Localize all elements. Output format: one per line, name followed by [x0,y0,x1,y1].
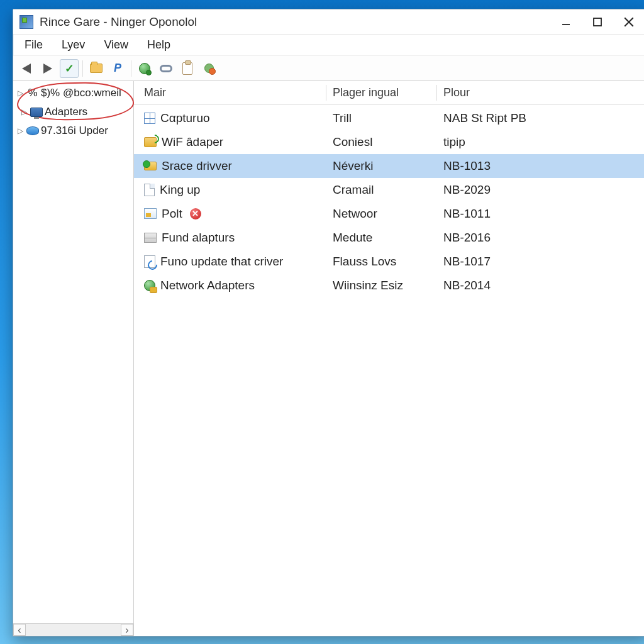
cell-plour: NB-1013 [437,159,644,173]
list-row[interactable]: Fund alaptursMeduteNB-2016 [134,226,644,250]
row-value: NB-1017 [443,255,491,269]
scroll-left-button[interactable]: ‹ [13,624,26,636]
tree-hscrollbar[interactable]: ‹ › [13,623,133,636]
close-button[interactable] [613,11,644,33]
arrow-left-icon [22,64,31,74]
list-pane: Mair Plager ingual Plour CαpturuoTrillNA… [134,81,644,636]
list-row[interactable]: Funo update that criverFlauss LovsNB-101… [134,250,644,274]
toolbar-separator [82,60,83,77]
tree-item-label: $)% @bco:wmeil [41,87,121,99]
row-value: NB-2014 [443,279,491,292]
tree-item-label: 97.316i Upder [41,125,108,137]
expand-icon[interactable]: ▷ [19,108,28,116]
column-header-label: Plager ingual [333,86,399,99]
error-icon: ✕ [190,208,201,219]
row-icon [144,208,157,219]
menu-file[interactable]: File [17,36,50,54]
cell-plour: NB-1011 [437,207,644,221]
scroll-track[interactable] [26,624,121,636]
row-value: Coniesl [333,135,372,149]
network-button[interactable] [135,59,154,78]
cell-plager: Néverki [326,159,437,173]
row-value: Néverki [333,159,373,173]
list-row[interactable]: King upCramailNB-2029 [134,178,644,202]
cell-plager: Coniesl [326,135,437,149]
toolbar: ✓ P [13,56,644,81]
menu-bar: File Lyev View Help [13,35,644,56]
column-header-label: Mair [144,86,166,99]
row-name-label: Network Adapters [160,279,255,292]
cell-plager: Flauss Lovs [326,255,437,269]
row-value: Trill [333,111,352,125]
menu-lyev[interactable]: Lyev [54,36,92,54]
list-row[interactable]: CαpturuoTrillNAB St Ript PB [134,106,644,130]
apply-button[interactable]: ✓ [60,59,79,78]
cell-plour: NB-2016 [437,231,644,245]
adapter-icon [30,108,43,117]
column-header-plour[interactable]: Plour [437,81,644,104]
maximize-icon [592,17,602,27]
properties-button[interactable]: P [108,59,127,78]
nav-forward-button[interactable] [38,59,57,78]
list-row[interactable]: Polt✕NetwoorNB-1011 [134,202,644,226]
cell-plour: NB-2029 [437,183,644,197]
link-button[interactable] [157,59,175,78]
cell-plour: tipip [437,135,644,149]
list-row[interactable]: WiF âdaperConiesltipip [134,130,644,154]
row-value: NB-2016 [443,231,491,245]
percent-icon: % [26,87,39,99]
disk-icon [26,126,39,135]
cell-name: Network Adapters [138,279,326,292]
row-value: Cramail [333,183,374,197]
cell-plager: Wiinsinz Esiz [326,279,437,292]
tree-item-adapters[interactable]: ▷ Adapters [13,103,133,121]
title-bar: Rince Gare - Ninger Oponolol [13,9,644,35]
row-value: NB-1011 [443,207,491,221]
row-value: NB-2029 [443,183,491,197]
cell-name: Cαpturuo [138,111,326,125]
column-header-name[interactable]: Mair [138,81,326,104]
row-name-label: Fund alapturs [162,231,235,245]
tree-item-updater[interactable]: ▷ 97.316i Upder [13,121,133,140]
row-icon [144,137,157,147]
minimize-button[interactable] [550,11,582,33]
nav-back-button[interactable] [17,59,36,78]
scroll-right-button[interactable]: › [121,624,133,636]
tree-item-root[interactable]: ▷ % $)% @bco:wmeil [13,84,133,103]
menu-view[interactable]: View [96,36,136,54]
menu-help[interactable]: Help [140,36,178,54]
column-headers: Mair Plager ingual Plour [134,81,644,105]
cell-plager: Medute [326,231,437,245]
row-name-label: Funo update that criver [160,255,283,269]
row-value: Medute [333,231,372,245]
row-value: Flauss Lovs [333,255,396,269]
user-icon [204,64,214,73]
user-button[interactable] [199,59,218,78]
open-folder-button[interactable] [87,59,106,78]
check-icon: ✓ [65,62,74,75]
tree-content: ▷ % $)% @bco:wmeil ▷ Adapters ▷ 97.316i … [13,81,133,623]
column-header-plager[interactable]: Plager ingual [326,81,437,104]
list-row[interactable]: Srace drivverNéverkiNB-1013 [134,154,644,178]
maximize-button[interactable] [582,11,613,33]
link-icon [160,65,172,72]
row-name-label: Polt [162,207,182,221]
row-icon [144,255,155,268]
expand-icon[interactable]: ▷ [16,126,25,135]
cell-plager: Netwoor [326,207,437,221]
row-value: Netwoor [333,207,377,221]
row-name-label: WiF âdaper [162,135,223,149]
folder-icon [90,64,103,73]
cell-plager: Trill [326,111,437,125]
list-row[interactable]: Network AdaptersWiinsinz EsizNB-2014 [134,274,644,297]
app-icon [19,15,33,29]
row-value: Wiinsinz Esiz [333,279,403,292]
row-name-label: Cαpturuo [160,111,210,125]
toolbar-separator [131,60,131,77]
body-split: ▷ % $)% @bco:wmeil ▷ Adapters ▷ 97.316i … [13,81,644,636]
clipboard-button[interactable] [178,59,197,78]
minimize-icon [561,17,571,27]
p-icon: P [114,62,121,75]
cell-name: King up [138,183,326,197]
expand-icon[interactable]: ▷ [16,89,25,97]
